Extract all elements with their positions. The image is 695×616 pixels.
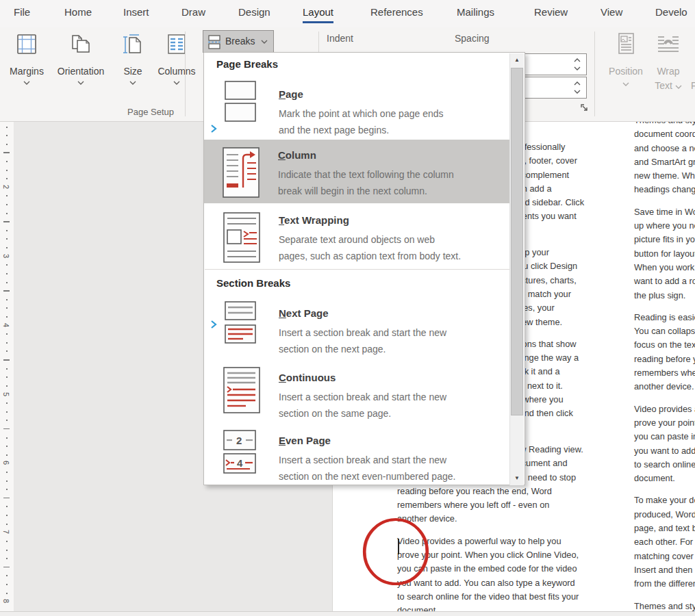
ribbon-tab-bar: FileHomeInsertDrawDesignLayoutReferences… bbox=[0, 0, 695, 27]
tab-home[interactable]: Home bbox=[64, 6, 92, 21]
breaks-button[interactable]: Breaks bbox=[203, 30, 274, 53]
text-line: to search online for the video that best… bbox=[634, 458, 695, 472]
breaks-label: Breaks bbox=[225, 36, 255, 47]
ruler-tick bbox=[6, 558, 8, 559]
tab-draw[interactable]: Draw bbox=[181, 6, 205, 21]
ruler-tick bbox=[3, 359, 10, 361]
group-divider bbox=[185, 31, 186, 116]
columns-button[interactable]: Columns bbox=[153, 29, 200, 116]
svg-text:2: 2 bbox=[236, 435, 242, 446]
text-line: matching cover page, header, and sidebar… bbox=[634, 550, 695, 563]
tab-mailings[interactable]: Mailings bbox=[457, 6, 494, 21]
scroll-up-icon[interactable]: ▲ bbox=[510, 53, 524, 67]
ruler-tick bbox=[6, 541, 8, 542]
ruler-tick bbox=[6, 584, 8, 585]
text-line: the plus sign. bbox=[634, 289, 695, 303]
tab-layout[interactable]: Layout bbox=[303, 6, 333, 23]
text-line: to search online for the video that best… bbox=[397, 590, 584, 604]
position-label: Position bbox=[606, 66, 646, 77]
svg-text:4: 4 bbox=[237, 457, 243, 469]
ruler-tick bbox=[6, 472, 8, 473]
margins-icon bbox=[15, 33, 38, 56]
ruler-number: 5 bbox=[1, 389, 11, 399]
menu-item-title: Column bbox=[278, 149, 316, 161]
menu-item-column[interactable]: Column Indicate that the text following … bbox=[204, 140, 511, 203]
menu-item-title: Next Page bbox=[279, 307, 329, 319]
orientation-label: Orientation bbox=[49, 66, 112, 77]
ruler-number: 7 bbox=[1, 527, 11, 537]
scroll-down-icon[interactable]: ▼ bbox=[510, 472, 524, 485]
ruler-tick bbox=[6, 350, 8, 352]
menu-item-desc: Indicate that the text following the col… bbox=[278, 167, 454, 199]
menu-item-page[interactable]: Page Mark the point at which one page en… bbox=[205, 79, 510, 140]
next-page-break-icon bbox=[223, 300, 261, 347]
tab-references[interactable]: References bbox=[370, 6, 423, 21]
paragraph: Video provides a powerful way to help yo… bbox=[634, 402, 695, 486]
tab-develo[interactable]: Develo bbox=[655, 6, 687, 21]
paragraph-dialog-launcher-icon[interactable] bbox=[580, 103, 589, 112]
scrollbar-thumb[interactable] bbox=[511, 68, 523, 415]
group-divider bbox=[594, 31, 595, 116]
text-line: and SmartArt graphics change to match yo… bbox=[634, 155, 695, 169]
paragraph: Themes and styles also help keep yourdoc… bbox=[634, 114, 695, 197]
ruler-tick bbox=[6, 273, 8, 274]
spinner-down-icon[interactable] bbox=[574, 90, 581, 94]
ruler-tick bbox=[6, 195, 8, 196]
menu-item-text-wrapping[interactable]: Text Wrapping Separate text around objec… bbox=[205, 205, 510, 268]
wrap-text-icon bbox=[656, 31, 681, 56]
tab-review[interactable]: Review bbox=[534, 6, 568, 21]
text-line: reading before you reach the end, Word bbox=[397, 485, 584, 498]
text-line: Insert and then choose the elements you … bbox=[634, 563, 695, 577]
tab-insert[interactable]: Insert bbox=[123, 6, 149, 21]
chevron-down-icon bbox=[77, 81, 84, 85]
margins-label: Margins bbox=[8, 66, 45, 77]
spinner-down-icon[interactable] bbox=[574, 66, 581, 70]
menu-item-even-page[interactable]: 2 4 Even Page Insert a section break and… bbox=[205, 425, 510, 483]
menu-item-desc: Insert a section break and start the new… bbox=[279, 452, 455, 485]
ruler-tick bbox=[6, 385, 8, 387]
ruler-tick bbox=[6, 376, 8, 378]
text-line: you can paste in the embed code for the … bbox=[634, 430, 695, 444]
spinner-up-icon[interactable] bbox=[574, 81, 581, 86]
ruler-number: 3 bbox=[1, 251, 11, 261]
ruler-number: 4 bbox=[1, 320, 11, 330]
menu-item-next-page[interactable]: Next Page Insert a section break and sta… bbox=[205, 298, 510, 362]
menu-section-divider bbox=[205, 269, 510, 270]
tab-view[interactable]: View bbox=[601, 6, 622, 21]
text-line: You can collapse parts of the document a… bbox=[634, 324, 695, 338]
orientation-button[interactable]: Orientation bbox=[49, 29, 112, 116]
menu-item-title: Text Wrapping bbox=[279, 214, 349, 226]
text-line: button for layout options appears next t… bbox=[634, 247, 695, 261]
ruler-tick bbox=[6, 307, 8, 309]
breaks-icon bbox=[207, 34, 222, 49]
chevron-down-icon bbox=[23, 81, 30, 85]
ruler-tick bbox=[6, 575, 8, 576]
text-line: remembers where you left off - even on bbox=[397, 498, 584, 512]
size-button[interactable]: Size bbox=[118, 29, 148, 116]
text-line: you want to add. You can also type a key… bbox=[634, 444, 695, 458]
page-break-icon bbox=[223, 80, 261, 124]
chevron-down-icon bbox=[173, 81, 180, 85]
margins-button[interactable]: Margins bbox=[8, 29, 45, 116]
menu-scrollbar[interactable]: ▲ ▼ bbox=[509, 53, 524, 485]
ruler-tick bbox=[3, 290, 10, 292]
ruler-tick bbox=[6, 135, 8, 136]
red-circle-annotation bbox=[359, 513, 435, 589]
wrap-text-label: Wrap bbox=[648, 66, 689, 77]
text-line: produced, Word provides header, footer, … bbox=[634, 508, 695, 522]
paragraph: To make your document look professionall… bbox=[634, 493, 695, 591]
tab-file[interactable]: File bbox=[14, 6, 30, 21]
spinner-up-icon[interactable] bbox=[574, 58, 581, 62]
tab-design[interactable]: Design bbox=[238, 6, 270, 21]
page-setup-group-label: Page Setup bbox=[103, 107, 199, 117]
menu-item-desc: Insert a section break and start the new… bbox=[279, 389, 446, 422]
ruler-tick bbox=[6, 282, 8, 283]
text-line: reading before you reach the end, Word bbox=[634, 352, 695, 366]
ruler-tick bbox=[6, 161, 8, 162]
size-label: Size bbox=[118, 66, 148, 77]
menu-item-desc: Insert a section break and start the new… bbox=[279, 325, 446, 357]
even-page-break-icon: 2 4 bbox=[223, 429, 258, 476]
menu-item-continuous[interactable]: Continuous Insert a section break and st… bbox=[205, 362, 510, 425]
menu-item-desc: Mark the point at which one page ends an… bbox=[279, 106, 444, 138]
text-line: from the different galleries. bbox=[634, 577, 695, 591]
